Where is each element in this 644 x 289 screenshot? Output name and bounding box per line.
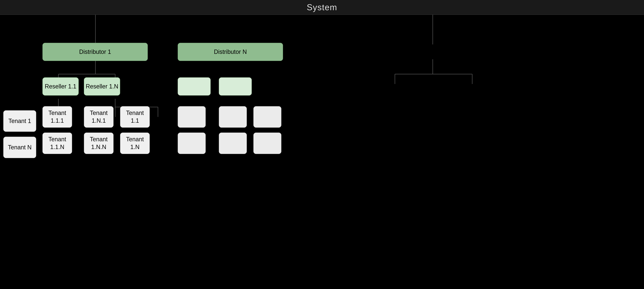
tenant-1-n-1-node: Tenant 1.N.1 <box>84 106 114 128</box>
tenant-n-1-n-node <box>178 133 206 154</box>
tenant-1-node: Tenant 1 <box>3 110 36 132</box>
distributor-1-node: Distributor 1 <box>42 43 148 61</box>
diagram: Tenant 1 Tenant N Distributor 1 Reseller… <box>0 15 644 289</box>
tenant-1-n-n-node: Tenant 1.N.N <box>84 133 114 154</box>
tenant-1-n-direct-node: Tenant 1.N <box>120 133 150 154</box>
reseller-1-1-node: Reseller 1.1 <box>42 77 79 96</box>
tenant-n-n-n-node <box>254 106 281 128</box>
tenant-n-n-1-node <box>219 106 247 128</box>
reseller-1-n-node: Reseller 1.N <box>84 77 120 96</box>
tenant-1-1-1-node: Tenant 1.1.1 <box>42 106 72 128</box>
tenant-1-1-n-node: Tenant 1.1.N <box>42 133 72 154</box>
tenant-n-node: Tenant N <box>3 137 36 158</box>
tenant-n-n-n3-node <box>254 133 281 154</box>
distributor-n-node: Distributor N <box>178 43 283 61</box>
tenant-1-1-direct-node: Tenant 1.1 <box>120 106 150 128</box>
tenant-n-n-n2-node <box>219 133 247 154</box>
header-title: System <box>307 2 337 12</box>
header-bar: System <box>0 0 644 15</box>
reseller-n-n-node <box>219 77 252 96</box>
reseller-n-1-node <box>178 77 210 96</box>
tenant-n-1-1-node <box>178 106 206 128</box>
